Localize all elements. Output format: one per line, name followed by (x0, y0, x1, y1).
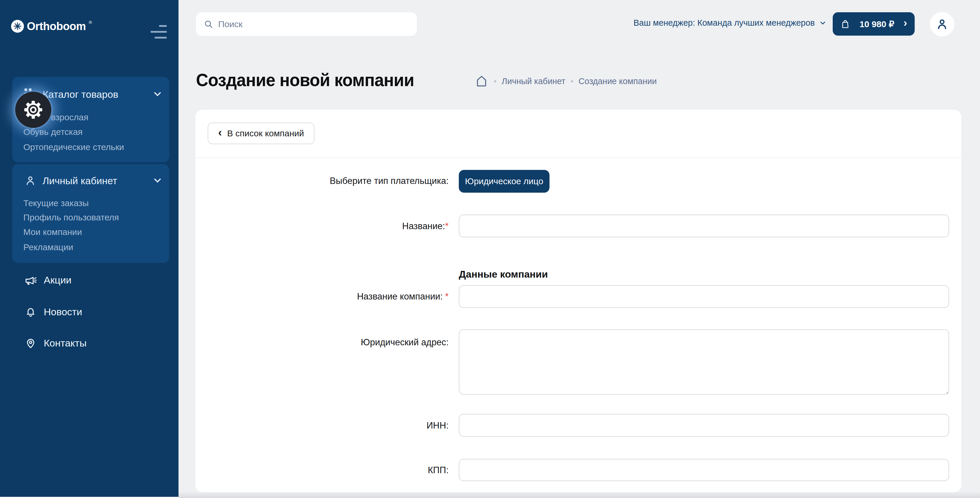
payer-type-label: Выберите тип плательщика: (196, 176, 449, 187)
home-icon[interactable] (474, 74, 488, 88)
brand-logo[interactable]: ✳ Orthoboom ® (11, 20, 92, 33)
user-icon (24, 175, 36, 187)
search-input[interactable] (218, 19, 409, 29)
legal-address-field[interactable] (459, 329, 949, 395)
sidebar-link-label: Новости (44, 306, 82, 318)
app-root: ✳ Orthoboom ® Каталог товаров Обувь взро… (0, 0, 980, 498)
chevron-left-icon: ‹ (218, 127, 222, 138)
chevron-down-icon (153, 176, 162, 185)
sidebar-item-contacts[interactable]: Контакты (12, 337, 169, 349)
user-icon (935, 18, 948, 31)
bell-icon (24, 306, 37, 318)
back-button-label: В список компаний (227, 128, 304, 138)
company-name-field[interactable] (459, 285, 949, 308)
manager-label: Ваш менеджер: Команда лучших менеджеров (633, 18, 815, 28)
name-field[interactable] (459, 215, 949, 237)
inn-label: ИНН: (196, 420, 449, 431)
kpp-field[interactable] (459, 459, 949, 481)
brand-logo-icon: ✳ (11, 20, 24, 33)
company-name-label: Название компании:* (196, 291, 449, 302)
sidebar-item-shoes-kids[interactable]: Обувь детская (23, 127, 83, 137)
sidebar-item-news[interactable]: Новости (12, 306, 169, 318)
sidebar-link-label: Контакты (44, 337, 87, 349)
manager-dropdown[interactable]: Ваш менеджер: Команда лучших менеджеров (633, 18, 827, 28)
sidebar-item-label: Каталог товаров (43, 89, 118, 100)
payer-type-button[interactable]: Юридическое лицо (459, 170, 549, 193)
search-icon (204, 19, 213, 29)
megaphone-icon (24, 274, 37, 286)
cart-total: 10 980 ₽ (859, 19, 894, 29)
settings-overlay-button[interactable] (15, 92, 51, 128)
breadcrumb-separator: • (494, 77, 496, 86)
sidebar-item-my-companies[interactable]: Мои компании (23, 227, 82, 237)
sidebar-bottom-strip (0, 497, 178, 498)
sidebar-item-user-profile[interactable]: Профиль пользователя (23, 212, 119, 222)
inn-field[interactable] (459, 414, 949, 437)
breadcrumb: • Личный кабинет • Создание компании (474, 74, 657, 88)
create-company-card: ‹ В список компаний Выберите тип платель… (196, 110, 961, 492)
hamburger-menu-icon[interactable] (150, 25, 167, 38)
search-bar (196, 12, 417, 36)
sidebar-link-label: Акции (44, 275, 72, 286)
required-asterisk: * (445, 291, 449, 302)
sidebar-section-cabinet: Личный кабинет Текущие заказы Профиль по… (12, 164, 169, 263)
sidebar-item-label: Личный кабинет (43, 175, 117, 187)
gear-icon (21, 97, 46, 122)
map-pin-icon (24, 337, 37, 349)
page-title: Создание новой компании (196, 69, 414, 90)
required-asterisk: * (445, 221, 449, 231)
sidebar-item-cabinet[interactable]: Личный кабинет (12, 174, 169, 187)
sidebar-item-promotions[interactable]: Акции (12, 274, 169, 286)
brand-logo-text: Orthoboom (27, 20, 86, 33)
bottom-fade (178, 492, 980, 498)
shopping-bag-icon (840, 19, 850, 29)
chevron-right-icon: › (904, 18, 907, 28)
divider (196, 158, 961, 158)
sidebar-item-insoles[interactable]: Ортопедические стельки (23, 142, 124, 152)
back-to-companies-button[interactable]: ‹ В список компаний (208, 123, 314, 144)
breadcrumb-create-company[interactable]: Создание компании (578, 77, 657, 86)
profile-avatar-button[interactable] (930, 12, 955, 37)
chevron-down-icon (819, 19, 827, 27)
breadcrumb-separator: • (571, 77, 573, 86)
legal-address-label: Юридический адрес: (196, 337, 449, 348)
name-label: Название:* (196, 221, 449, 232)
breadcrumb-cabinet[interactable]: Личный кабинет (502, 77, 565, 86)
sidebar-item-current-orders[interactable]: Текущие заказы (23, 198, 89, 208)
kpp-label: КПП: (196, 465, 449, 476)
chevron-down-icon (153, 89, 162, 99)
brand-logo-reg: ® (89, 20, 92, 25)
company-data-heading: Данные компании (459, 268, 548, 280)
sidebar: ✳ Orthoboom ® Каталог товаров Обувь взро… (0, 0, 178, 497)
cart-button[interactable]: 10 980 ₽ › (833, 12, 915, 36)
sidebar-item-reclamations[interactable]: Рекламации (23, 242, 73, 252)
